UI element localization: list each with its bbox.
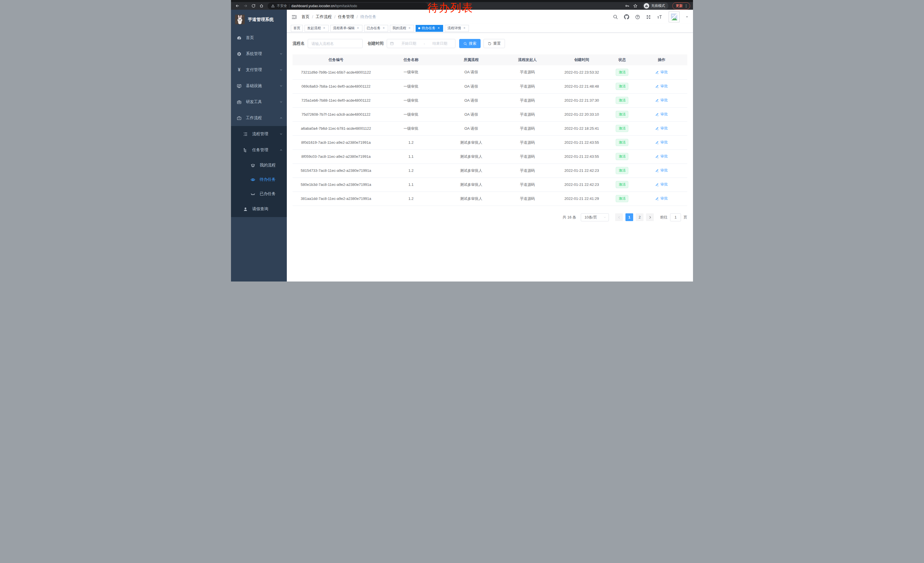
home-icon[interactable] bbox=[258, 3, 265, 9]
sidebar-item-task-management[interactable]: 任务管理 bbox=[231, 142, 287, 158]
cell-created: 2022-01-22 23:53:32 bbox=[555, 65, 608, 79]
tab-close-icon[interactable]: × bbox=[463, 26, 466, 30]
sidebar-item-home[interactable]: 首页 bbox=[231, 30, 287, 46]
sidebar-item-todo-task[interactable]: 待办任务 bbox=[231, 173, 287, 187]
approve-link[interactable]: 审批 bbox=[655, 154, 668, 159]
github-icon[interactable] bbox=[624, 14, 629, 20]
search-button[interactable]: 搜索 bbox=[459, 39, 481, 48]
forward-icon[interactable] bbox=[242, 3, 249, 9]
briefcase-icon bbox=[237, 116, 242, 120]
approve-link-label: 审批 bbox=[660, 140, 668, 145]
logo[interactable]: 芋道管理系统 bbox=[231, 12, 287, 27]
reload-icon[interactable] bbox=[250, 3, 257, 9]
next-page-button[interactable] bbox=[646, 213, 654, 221]
sidebar-item-payment-management[interactable]: ¥支付管理 bbox=[231, 62, 287, 78]
password-key-icon[interactable] bbox=[624, 3, 631, 9]
sidebar-item-process-management[interactable]: 流程管理 bbox=[231, 126, 287, 142]
update-button[interactable]: 更新 bbox=[672, 2, 690, 9]
approve-link[interactable]: 审批 bbox=[655, 140, 668, 145]
sidebar-item-leave-query[interactable]: 请假查询 bbox=[231, 201, 287, 217]
approve-link[interactable]: 审批 bbox=[655, 84, 668, 89]
range-separator: - bbox=[424, 42, 425, 46]
back-icon bbox=[235, 4, 240, 8]
address-bar[interactable]: 不安全 dashboard.yudao.iocoder.cn/bpm/task/… bbox=[268, 3, 428, 9]
cell-action: 审批 bbox=[636, 150, 687, 164]
tab[interactable]: 流程表单-编辑× bbox=[330, 25, 362, 32]
avatar-dropdown-icon[interactable] bbox=[686, 15, 688, 18]
back-icon[interactable] bbox=[234, 3, 241, 9]
tab[interactable]: 首页 bbox=[291, 25, 303, 32]
sidebar-item-dev-tools[interactable]: 研发工具 bbox=[231, 94, 287, 110]
tab-close-icon[interactable]: × bbox=[382, 26, 386, 30]
page-size-select[interactable]: 10条/页 bbox=[581, 213, 609, 221]
pagination: 共 16 条 10条/页 12 前往 页 bbox=[292, 213, 687, 228]
table-body: 73211d9d-7b9b-11ec-b5b7-acde48001122一级审批… bbox=[292, 65, 687, 206]
approve-link[interactable]: 审批 bbox=[655, 168, 668, 173]
prev-page-button[interactable] bbox=[615, 213, 623, 221]
sidebar-item-system-management[interactable]: 系统管理 bbox=[231, 46, 287, 62]
status-badge: 激活 bbox=[616, 83, 628, 90]
star-icon bbox=[633, 4, 638, 8]
sidebar-item-my-process[interactable]: 我的流程 bbox=[231, 158, 287, 173]
avatar[interactable] bbox=[669, 12, 680, 23]
page-button[interactable]: 1 bbox=[626, 213, 633, 221]
cell-action: 审批 bbox=[636, 65, 687, 79]
page-button[interactable]: 2 bbox=[636, 213, 644, 221]
cell-id: 580e1b3d-7ac8-11ec-a9e2-a2380e71991a bbox=[292, 177, 379, 192]
breadcrumb-item[interactable]: 首页 bbox=[302, 14, 309, 20]
hamburger-icon[interactable] bbox=[291, 14, 297, 20]
sidebar-item-workflow[interactable]: 工作流程 bbox=[231, 110, 287, 126]
chevron-left-icon bbox=[617, 216, 621, 219]
create-time-range-input[interactable]: 开始日期 - 结束日期 bbox=[387, 39, 455, 48]
breadcrumb-item[interactable]: 任务管理 bbox=[338, 14, 354, 20]
tab[interactable]: 发起流程× bbox=[304, 25, 328, 32]
breadcrumb-item[interactable]: 工作流程 bbox=[316, 14, 332, 20]
table-header-row: 任务编号任务名称所属流程流程发起人创建时间状态操作 bbox=[292, 54, 687, 65]
table-row: 580e1b3d-7ac8-11ec-a9e2-a2380e71991a1.1测… bbox=[292, 177, 687, 192]
font-size-icon[interactable] bbox=[657, 14, 662, 20]
goto-page-input[interactable] bbox=[670, 213, 681, 221]
bookmark-star-icon[interactable] bbox=[632, 3, 639, 9]
browser-menu-icon[interactable] bbox=[684, 4, 688, 8]
tab[interactable]: 流程详情× bbox=[445, 25, 469, 32]
sidebar-item-infrastructure[interactable]: 基础设施 bbox=[231, 78, 287, 94]
tab[interactable]: 已办任务× bbox=[364, 25, 388, 32]
tab-close-icon[interactable]: × bbox=[322, 26, 326, 30]
approve-link[interactable]: 审批 bbox=[655, 126, 668, 131]
approve-link[interactable]: 审批 bbox=[655, 112, 668, 117]
cell-name: 一级审批 bbox=[379, 79, 442, 93]
cell-id: 069c6a63-7b8a-11ec-8ef0-acde48001122 bbox=[292, 79, 379, 93]
approve-link[interactable]: 审批 bbox=[655, 196, 668, 201]
approve-link[interactable]: 审批 bbox=[655, 70, 668, 75]
tab-close-icon[interactable]: × bbox=[408, 26, 411, 30]
tab-label: 流程详情 bbox=[447, 26, 461, 31]
cell-action: 审批 bbox=[636, 164, 687, 177]
screen: 不安全 dashboard.yudao.iocoder.cn/bpm/task/… bbox=[231, 0, 693, 281]
help-icon[interactable] bbox=[635, 15, 640, 20]
divider bbox=[289, 4, 290, 8]
cell-status: 激活 bbox=[608, 164, 636, 177]
home-icon bbox=[260, 4, 264, 8]
cell-created: 2022-01-21 22:42:23 bbox=[555, 177, 608, 192]
cell-action: 审批 bbox=[636, 93, 687, 107]
approve-link-label: 审批 bbox=[660, 196, 668, 201]
sidebar-item-done-task[interactable]: 已办任务 bbox=[231, 187, 287, 201]
process-name-input[interactable] bbox=[308, 39, 363, 48]
tab[interactable]: 我的流程× bbox=[390, 25, 414, 32]
tab-close-icon[interactable]: × bbox=[437, 26, 441, 30]
end-date-placeholder: 结束日期 bbox=[428, 41, 452, 46]
reset-button[interactable]: 重置 bbox=[483, 39, 505, 48]
fullscreen-icon[interactable] bbox=[646, 15, 651, 20]
approve-link[interactable]: 审批 bbox=[655, 182, 668, 187]
approve-link[interactable]: 审批 bbox=[655, 98, 668, 103]
cell-name: 一级审批 bbox=[379, 122, 442, 135]
process-name-label: 流程名 bbox=[292, 41, 304, 46]
tab-close-icon[interactable]: × bbox=[356, 26, 360, 30]
tab[interactable]: 待办任务× bbox=[416, 25, 443, 32]
search-icon[interactable] bbox=[613, 14, 618, 20]
tab-label: 首页 bbox=[293, 26, 300, 31]
approve-link-label: 审批 bbox=[660, 182, 668, 187]
status-badge: 激活 bbox=[616, 125, 628, 132]
column-header: 流程发起人 bbox=[500, 54, 555, 65]
process-name-field[interactable] bbox=[311, 42, 359, 46]
